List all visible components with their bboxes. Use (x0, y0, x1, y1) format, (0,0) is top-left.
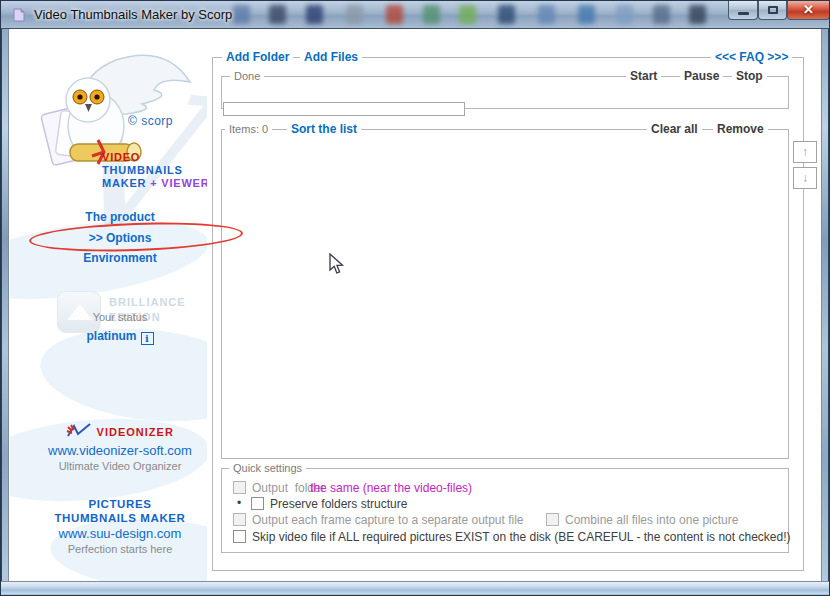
sort-list-button[interactable]: Sort the list (287, 122, 361, 136)
separate-output-label: Output each frame capture to a separate … (252, 513, 524, 527)
pictures-line1: PICTURES (30, 498, 207, 510)
separate-output-checkbox[interactable] (233, 513, 246, 526)
remove-button[interactable]: Remove (713, 122, 768, 136)
videonizer-block: VIDEONIZER www.videonizer-soft.com Ultim… (30, 422, 207, 472)
window-frame-left (1, 29, 9, 581)
skip-video-checkbox[interactable] (233, 530, 246, 543)
app-window: Video Thumbnails Maker by Scorp ✕ V (0, 0, 830, 596)
info-icon[interactable]: i (141, 332, 154, 345)
window-frame-bottom (1, 581, 830, 596)
desktop-blur-blob (459, 5, 476, 24)
desktop-blur-blob (653, 5, 670, 24)
app-icon[interactable] (11, 7, 27, 27)
videonizer-name: VIDEONIZER (97, 426, 174, 438)
desktop-blur-blob (233, 5, 250, 24)
minimize-button[interactable] (728, 1, 758, 20)
videonizer-url[interactable]: www.videonizer-soft.com (30, 443, 207, 458)
videonizer-icon (66, 423, 92, 439)
output-folder-checkbox[interactable] (233, 481, 246, 494)
desktop-blur-blob (423, 5, 440, 24)
start-button[interactable]: Start (626, 69, 661, 83)
minimize-icon (738, 12, 749, 15)
logo-line-maker: MAKER + VIEWER (102, 177, 207, 189)
desktop-blur-blob (498, 5, 515, 24)
combine-files-checkbox[interactable] (546, 513, 559, 526)
stop-button[interactable]: Stop (732, 69, 767, 83)
preserve-structure-checkbox[interactable] (251, 497, 264, 510)
add-files-button[interactable]: Add Files (300, 50, 362, 64)
desktop-blur-blob (689, 5, 706, 24)
desktop-blur-blob (306, 5, 323, 24)
maximize-button[interactable] (758, 1, 787, 20)
file-list[interactable] (221, 129, 789, 459)
desktop-blur-blob (346, 5, 363, 24)
copyright-text: © scorp (128, 114, 173, 128)
window-title: Video Thumbnails Maker by Scorp (34, 7, 232, 22)
items-count-label: Items: 0 (225, 122, 272, 136)
desktop-blur-blob (386, 5, 403, 24)
logo-viewer-text: + VIEWER (150, 177, 207, 189)
pictures-block: PICTURES THUMBNAILS MAKER www.suu-design… (30, 498, 207, 555)
link-environment[interactable]: Environment (50, 251, 190, 265)
pause-button[interactable]: Pause (680, 69, 723, 83)
mouse-cursor-icon (329, 253, 345, 276)
pictures-tagline: Perfection starts here (30, 543, 207, 555)
status-value[interactable]: platinum (87, 329, 137, 343)
clear-all-button[interactable]: Clear all (647, 122, 702, 136)
add-folder-button[interactable]: Add Folder (222, 50, 293, 64)
move-up-button[interactable]: ↑ (793, 141, 817, 163)
status-block: Your status platinumi (50, 311, 190, 345)
desktop-blur-blob (269, 5, 286, 24)
close-button[interactable]: ✕ (787, 1, 830, 20)
title-bar: Video Thumbnails Maker by Scorp ✕ (1, 1, 830, 29)
videonizer-tagline: Ultimate Video Organizer (30, 460, 207, 472)
output-folder-value[interactable]: the same (near the video-files) (310, 481, 472, 495)
logo-maker-text: MAKER (102, 177, 150, 189)
desktop-blur-blob (616, 5, 633, 24)
combine-files-label: Combine all files into one picture (565, 513, 738, 527)
window-frame-right (821, 29, 829, 581)
desktop-blur-blob (538, 5, 555, 24)
logo-line-thumbnails: THUMBNAILS (102, 164, 183, 176)
up-arrow-icon: ↑ (802, 145, 808, 159)
quick-settings-label: Quick settings (229, 461, 306, 475)
pictures-line2: THUMBNAILS MAKER (30, 512, 207, 524)
done-group-label: Done (230, 69, 264, 83)
edition-line1: BRILLIANCE (109, 296, 186, 308)
faq-link[interactable]: <<< FAQ >>> (711, 50, 792, 64)
preserve-structure-label: Preserve folders structure (270, 497, 407, 511)
close-icon: ✕ (788, 2, 829, 17)
sidebar: V © scorp VIDEO THUMBNAILS MAKER + VIEWE… (10, 30, 207, 581)
bullet-icon: • (237, 496, 241, 510)
down-arrow-icon: ↓ (802, 171, 808, 185)
move-down-button[interactable]: ↓ (793, 167, 817, 189)
progress-bar (223, 102, 465, 116)
logo-line-video: VIDEO (102, 151, 140, 163)
pictures-url[interactable]: www.suu-design.com (30, 526, 207, 541)
status-label: Your status (50, 311, 190, 323)
desktop-blur-blob (578, 5, 595, 24)
maximize-icon (768, 6, 778, 14)
skip-video-label: Skip video file if ALL required pictures… (252, 530, 790, 544)
